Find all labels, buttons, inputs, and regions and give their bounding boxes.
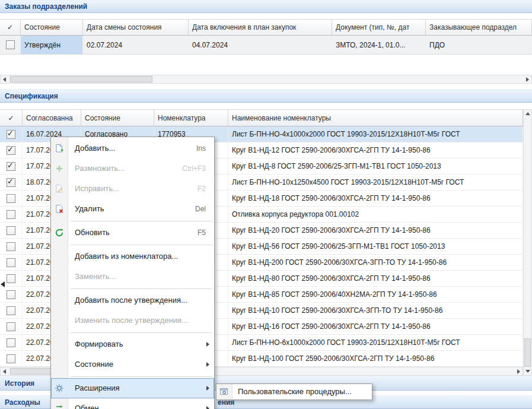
orders-col-department[interactable]: Заказывающее подраздел [426,20,532,35]
menu-separator [71,376,212,377]
spec-cell-name[interactable]: Круг В1-НД-8 ГОСТ 2590-2006/25-ЗГП-М1-ТВ… [228,158,523,174]
lower-panel-title-fragment-left: Расходны [5,398,40,407]
menu-item-shortcut: F5 [197,223,206,243]
spec-check-all-header[interactable]: ✓ [0,110,23,126]
orders-col-plan-date[interactable]: Дата включения в план закупок [189,20,332,35]
spec-cell-name[interactable]: Круг В1-НД-56 ГОСТ 2590-2006/25-ЗГП-М1-Т… [228,239,523,254]
orders-cell-plan-date[interactable]: 04.07.2024 [189,36,332,54]
spec-row-checkbox-cell [0,303,23,318]
splitter-collapse-icon[interactable] [1,281,5,287]
row-checkbox[interactable] [7,354,15,363]
row-checkbox[interactable] [7,178,15,187]
spec-cell-name[interactable]: Круг В1-НД-10 ГОСТ 2590-2006/30ХГСА-ЗГП-… [228,303,523,318]
scroll-left-icon[interactable] [1,367,8,375]
menu-item-refresh[interactable]: Обновить F5 [51,223,214,243]
menu-separator [71,245,212,245]
spec-col-nomenclature[interactable]: Номенклатура [154,110,228,126]
row-checkbox[interactable] [7,322,15,331]
row-checkbox[interactable] [7,194,15,203]
spec-vscrollbar[interactable] [523,109,532,376]
menu-item-label: Состояние [75,360,113,369]
orders-cell-document[interactable]: ЗМТО, 2024-1, 01.0... [332,36,426,54]
scroll-down-icon[interactable] [524,367,531,375]
spec-cell-name[interactable]: Круг В1-НД-85 ГОСТ 2590-2006/40ХН2МА-2ГП… [228,287,523,302]
menu-item-edit-after-approval[interactable]: Изменить после утверждения... [51,310,214,331]
context-menu: Добавить... Ins Размножить... Ctrl+F3 Ис… [50,137,215,409]
menu-item-replace[interactable]: Заменить... [51,267,214,287]
spec-cell-name[interactable]: Отливка корпуса редуктора 001.00102 [228,207,523,222]
spec-cell-name[interactable]: Круг В1-НД-80 ГОСТ 2590-2006/30ХГСА-2ГП … [228,271,523,286]
menu-item-edit[interactable]: Исправить... F2 [51,179,214,199]
orders-cell-state-date[interactable]: 02.07.2024 [83,36,189,54]
spec-row-checkbox-cell [0,142,23,158]
spec-cell-name[interactable]: Круг В1-НД-20 ГОСТ 2590-2006/30ХГСА-2ГП … [228,223,523,238]
row-checkbox[interactable] [7,338,15,347]
row-checkbox[interactable] [7,130,15,139]
submenu-arrow-icon [206,342,209,347]
menu-item-add[interactable]: Добавить... Ins [51,138,214,158]
scrollbar-thumb[interactable] [524,338,531,367]
orders-row[interactable]: Утверждён 02.07.2024 04.07.2024 ЗМТО, 20… [0,36,532,55]
row-checkbox[interactable] [7,242,15,251]
spec-row-checkbox-cell [0,175,23,190]
spec-col-name[interactable]: Наименование номенклатуры [228,110,523,126]
spec-cell-name[interactable]: Лист Б-ПН-НО-10х1250х4500 ГОСТ 19903-201… [228,175,523,190]
row-checkbox[interactable] [7,258,15,267]
row-checkbox[interactable] [7,162,15,171]
menu-item-delete[interactable]: Удалить Del [51,199,214,219]
spec-cell-name[interactable]: Круг В1-НД-18 ГОСТ 2590-2006/30ХГСА-2ГП … [228,191,523,206]
duplicate-icon [55,164,64,173]
row-checkbox[interactable] [7,226,15,235]
orders-table-header: ✓ Состояние Дата смены состояния Дата вк… [0,19,532,36]
menu-item-label: Заменить... [75,272,116,281]
spec-row-checkbox-cell [0,191,23,206]
scrollbar-thumb[interactable] [10,76,152,83]
scroll-left-icon[interactable] [1,75,8,83]
spec-cell-name[interactable]: Лист Б-ПН-НО-6х1000х2000 ГОСТ 19903-2015… [228,335,523,350]
spec-cell-name[interactable]: Круг В1-НД-16 ГОСТ 2590-2006/30ХГСА-2ГП … [228,319,523,334]
menu-item-add-after-approval[interactable]: Добавить после утверждения... [51,290,214,310]
menu-item-label: Формировать [75,340,123,348]
spec-cell-name[interactable]: Круг В1-НД-200 ГОСТ 2590-2006/30ХГСА-ЗГП… [228,255,523,270]
spec-row-checkbox-cell [0,239,23,254]
spec-cell-name[interactable]: Круг В1-НД-12 ГОСТ 2590-2006/30ХГСА-2ГП … [228,142,523,158]
delete-document-icon [55,204,64,214]
application-window: Заказы подразделений ✓ Состояние Дата см… [0,0,532,409]
scroll-right-icon[interactable] [524,75,531,83]
scroll-up-icon[interactable] [524,110,531,118]
spec-table-header: ✓ Согласованна Состояние Номенклатура На… [0,109,523,126]
spec-cell-name[interactable]: Лист Б-ПН-НО-4х1000х2000 ГОСТ 19903-2015… [228,126,523,142]
row-checkbox[interactable] [7,210,15,219]
row-checkbox[interactable] [7,146,15,155]
refresh-icon [55,228,64,237]
submenu-arrow-icon [206,406,209,409]
orders-col-state-date[interactable]: Дата смены состояния [83,20,189,35]
menu-separator [71,221,212,221]
orders-cell-department[interactable]: ПДО [426,36,532,54]
menu-item-exchange[interactable]: Обмен [51,398,214,409]
menu-item-add-from-nomenclator[interactable]: Добавить из номенклатора... [51,246,214,267]
row-checkbox[interactable] [7,306,15,315]
menu-item-extensions[interactable]: Расширения [51,378,214,398]
menu-item-user-procedures[interactable]: Пользовательские процедуры... [216,384,372,400]
orders-check-all-header[interactable]: ✓ [0,20,21,35]
spec-cell-name[interactable]: Круг В1-НД-100 ГОСТ 2590-2006/30ХГСА-2ГП… [228,351,523,366]
add-document-icon [55,144,64,153]
orders-cell-state[interactable]: Утверждён [21,36,83,54]
row-checkbox[interactable] [7,274,15,283]
spec-col-agreed-date[interactable]: Согласованна [23,110,81,126]
exchange-icon [55,404,64,409]
orders-col-document[interactable]: Документ (тип, №, дат [332,20,426,35]
orders-col-state[interactable]: Состояние [21,20,83,35]
row-checkbox[interactable] [7,290,15,299]
spec-col-state[interactable]: Состояние [81,110,154,126]
row-checkbox[interactable] [6,40,15,49]
orders-hscrollbar[interactable] [0,75,532,84]
menu-item-state[interactable]: Состояние [51,354,214,375]
scroll-right-icon[interactable] [515,367,523,375]
menu-item-shortcut: Ctrl+F3 [182,158,206,179]
menu-item-shortcut: Del [195,199,206,219]
menu-separator [71,332,212,333]
menu-item-form[interactable]: Формировать [51,334,214,354]
menu-item-duplicate[interactable]: Размножить... Ctrl+F3 [51,158,214,179]
